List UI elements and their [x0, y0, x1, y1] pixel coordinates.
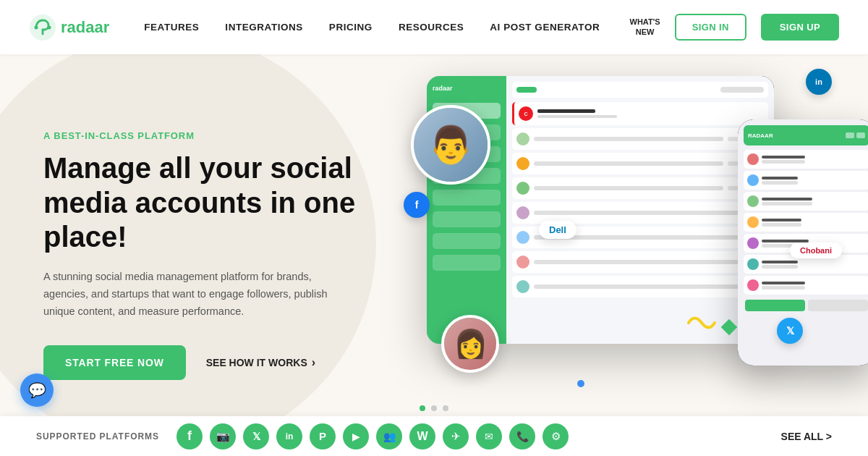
more-icon: ⚙	[551, 430, 561, 443]
chat-icon: 💬	[28, 381, 46, 399]
mockup-row-1	[512, 128, 768, 150]
platform-youtube[interactable]: ▶	[343, 423, 369, 449]
see-how-label: SEE HOW IT WORKS	[206, 357, 307, 368]
hero-section: A BEST-IN-CLASS PLATFORM Manage all your…	[0, 54, 868, 456]
mockup-topbar	[512, 82, 768, 98]
phone-action-buttons	[744, 297, 868, 314]
teams-icon: 👥	[383, 431, 396, 442]
platform-teams[interactable]: 👥	[376, 423, 402, 449]
linkedin-icon: in	[286, 431, 294, 442]
hero-label: A BEST-IN-CLASS PLATFORM	[43, 130, 391, 141]
person-photo-2: 👩	[441, 315, 499, 373]
phone-header: RADAAR	[744, 125, 868, 145]
mockup-row-2	[512, 153, 768, 174]
youtube-icon: ▶	[352, 431, 360, 442]
whatsapp-icon: 📞	[516, 431, 529, 442]
platform-instagram[interactable]: 📷	[210, 423, 236, 449]
platform-twitter[interactable]: 𝕏	[243, 423, 269, 449]
sidebar-item-8	[433, 255, 501, 271]
platform-more[interactable]: ⚙	[542, 423, 569, 449]
squiggle-decoration	[687, 312, 716, 337]
signup-button[interactable]: SIGN UP	[761, 14, 839, 41]
logo[interactable]: radaar	[29, 14, 109, 41]
mockup-content: C	[506, 76, 774, 344]
nav-links: FEATURES INTEGRATIONS PRICING RESOURCES …	[144, 22, 629, 33]
dell-badge: Dell	[539, 221, 576, 239]
sidebar-item-7	[433, 233, 501, 249]
indicator-dot-1[interactable]	[420, 405, 425, 411]
hero-left: A BEST-IN-CLASS PLATFORM Manage all your…	[43, 130, 391, 379]
indicator-dot-3[interactable]	[443, 405, 448, 411]
blue-dot	[577, 380, 584, 387]
phone-header-text: RADAAR	[748, 132, 773, 139]
platform-linkedin[interactable]: in	[276, 423, 302, 449]
phone-row-3	[744, 192, 868, 211]
facebook-icon: f	[187, 428, 192, 444]
float-facebook-icon: f	[404, 192, 430, 218]
person-photo-1: 👨	[411, 105, 490, 185]
hero-description: A stunning social media management platf…	[43, 269, 340, 321]
hero-title: Manage all your social media accounts in…	[43, 151, 391, 254]
see-how-button[interactable]: SEE HOW IT WORKS ›	[206, 356, 315, 369]
arrow-icon: ›	[312, 356, 315, 369]
topbar-indicator	[516, 87, 537, 93]
platform-icons-list: f 📷 𝕏 in P ▶ 👥 W ✈ ✉ 📞	[176, 423, 770, 449]
see-all-button[interactable]: SEE ALL >	[781, 431, 832, 442]
platforms-label: SUPPORTED PLATFORMS	[36, 431, 159, 442]
nav-pricing[interactable]: PRICING	[329, 22, 373, 33]
mockup-row-3	[512, 177, 768, 199]
telegram-icon: ✈	[451, 430, 461, 443]
chat-widget-button[interactable]: 💬	[20, 373, 54, 407]
signin-button[interactable]: SIGN IN	[675, 14, 746, 41]
platform-telegram[interactable]: ✈	[443, 423, 469, 449]
whats-new-link[interactable]: WHAT'S NEW	[630, 17, 660, 36]
hero-indicators	[420, 405, 448, 411]
phone-row-4	[744, 213, 868, 232]
svg-point-2	[48, 25, 51, 29]
indicator-dot-2[interactable]	[431, 405, 437, 411]
see-all-label: SEE ALL >	[781, 431, 832, 442]
phone-row-7	[744, 276, 868, 295]
phone-row-2	[744, 171, 868, 190]
navbar: radaar FEATURES INTEGRATIONS PRICING RES…	[0, 0, 868, 54]
sidebar-item-6	[433, 211, 501, 227]
float-linkedin-icon: in	[806, 69, 832, 95]
platform-pinterest[interactable]: P	[310, 423, 336, 449]
platform-messaging[interactable]: ✉	[476, 423, 502, 449]
start-free-button[interactable]: START FREE NOW	[43, 345, 186, 380]
phone-row-1	[744, 150, 868, 169]
pinterest-icon: P	[319, 430, 326, 442]
wordpress-icon: W	[417, 430, 427, 443]
svg-point-1	[35, 25, 38, 29]
platform-facebook[interactable]: f	[176, 423, 203, 449]
hero-right: f in 𝕏 Dell Chobani	[398, 62, 868, 438]
hero-actions: START FREE NOW SEE HOW IT WORKS ›	[43, 345, 391, 380]
platform-wordpress[interactable]: W	[409, 423, 435, 449]
logo-text: radaar	[61, 18, 109, 37]
mockup-logo: radaar	[433, 85, 501, 92]
mockup-row-7	[512, 276, 768, 297]
nav-right: WHAT'S NEW SIGN IN SIGN UP	[630, 14, 839, 41]
nav-features[interactable]: FEATURES	[144, 22, 199, 33]
platforms-bar: SUPPORTED PLATFORMS f 📷 𝕏 in P ▶ 👥 W ✈	[0, 416, 868, 456]
nav-ai-post-generator[interactable]: AI POST GENERATOR	[490, 22, 600, 33]
coca-cola-row: C	[512, 102, 768, 125]
float-twitter-icon: 𝕏	[777, 318, 803, 344]
platform-whatsapp[interactable]: 📞	[509, 423, 535, 449]
mockup-row-6	[512, 251, 768, 273]
twitter-icon: 𝕏	[252, 431, 260, 442]
sidebar-item-5	[433, 190, 501, 206]
svg-point-0	[30, 14, 56, 41]
nav-resources[interactable]: RESOURCES	[399, 22, 464, 33]
messaging-icon: ✉	[485, 431, 493, 442]
nav-integrations[interactable]: INTEGRATIONS	[225, 22, 302, 33]
instagram-icon: 📷	[216, 430, 230, 443]
chobani-badge: Chobani	[790, 242, 842, 258]
